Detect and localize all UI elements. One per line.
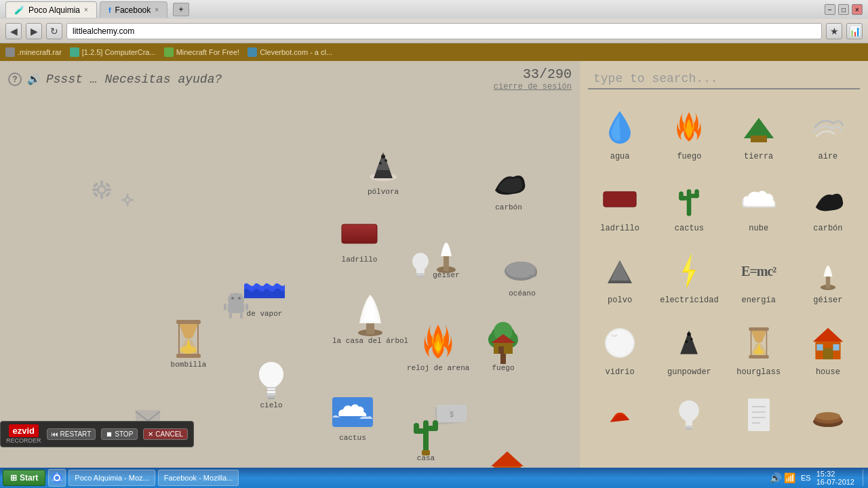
sound-icon[interactable]: 🔊: [27, 73, 41, 85]
reloj-arena-element[interactable]: bombilla: [168, 319, 209, 369]
svg-rect-67: [414, 423, 419, 434]
element-card-geiser[interactable]: géiser: [796, 244, 860, 310]
tab-close-fb[interactable]: ×: [155, 6, 159, 14]
svg-point-97: [686, 340, 688, 343]
svg-rect-85: [679, 191, 684, 200]
svg-point-27: [528, 268, 535, 275]
element-card-vidrio[interactable]: vidrio: [588, 316, 652, 382]
electricidad-label: electricidad: [660, 296, 718, 305]
element-card-nube[interactable]: nube: [727, 172, 791, 239]
element-card-paper[interactable]: [727, 388, 791, 445]
bookmark-minecraft-rar[interactable]: .minecraft.rar: [5, 47, 62, 57]
svg-point-35: [238, 297, 241, 300]
search-input[interactable]: [588, 69, 860, 89]
address-bar[interactable]: littlealchemy.com: [66, 23, 822, 39]
element-card-tierra[interactable]: tierra: [727, 100, 791, 167]
bird-shape: [602, 401, 637, 428]
logout-link[interactable]: cierre de sesión: [494, 82, 572, 92]
svg-rect-2: [92, 188, 98, 191]
casa-board-element[interactable]: [487, 447, 528, 468]
show-desktop[interactable]: [863, 470, 865, 486]
bombilla-element[interactable]: cielo: [251, 359, 292, 409]
element-card-energia[interactable]: E=mc² energía: [727, 244, 791, 310]
element-card-agua[interactable]: agua: [588, 100, 652, 167]
paper-shape: [745, 397, 772, 432]
cielo-element[interactable]: cactus: [332, 392, 373, 442]
piedra-icon: [502, 247, 542, 288]
chrome-taskbar-item[interactable]: [48, 469, 66, 487]
tab-poco-alquimia[interactable]: 🧪 Poco Alquimia ×: [5, 1, 97, 18]
bookmark-icon: [5, 47, 15, 57]
svg-rect-33: [245, 304, 248, 310]
svg-rect-69: [433, 420, 438, 431]
ladrillo-element[interactable]: ladrillo: [339, 214, 380, 264]
svg-rect-10: [121, 199, 125, 201]
tab-facebook[interactable]: f Facebook ×: [100, 1, 167, 18]
bookmark-minecraft-free[interactable]: Minecraft For Free!: [164, 47, 240, 57]
carbon-board-element[interactable]: carbón: [488, 161, 529, 211]
taskbar-facebook[interactable]: Facebook - Mozilla...: [158, 470, 239, 486]
piedra-element[interactable]: océano: [502, 247, 542, 298]
svg-rect-23: [417, 276, 424, 277]
element-card-house[interactable]: house: [796, 316, 860, 382]
element-card-bulb-r4[interactable]: [657, 388, 721, 445]
stop-button[interactable]: ⏹ STOP: [101, 428, 138, 440]
glass-shape: [602, 325, 637, 361]
minimize-button[interactable]: −: [825, 4, 835, 15]
help-button[interactable]: ?: [8, 73, 22, 86]
extensions-button[interactable]: 📊: [846, 23, 863, 39]
polvora-element[interactable]: pólvora: [363, 146, 403, 196]
forward-button[interactable]: ▶: [26, 23, 42, 39]
reload-button[interactable]: ↻: [46, 23, 62, 39]
svg-point-15: [381, 155, 385, 159]
svg-point-96: [690, 338, 693, 341]
lightbulb-small-element[interactable]: [400, 244, 441, 285]
gear-element-2[interactable]: [107, 180, 148, 220]
vidrio-label: vidrio: [605, 367, 634, 377]
polvo-icon: [598, 249, 642, 293]
start-button[interactable]: ⊞ Start: [3, 470, 45, 486]
element-card-carbon[interactable]: carbón: [796, 172, 860, 239]
element-card-hourglass[interactable]: hourglass: [727, 316, 791, 382]
windows-logo: ⊞: [10, 473, 17, 483]
bookmark-computercra[interactable]: [1.2.5] ComputerCra...: [70, 47, 156, 57]
svg-rect-1: [100, 194, 103, 199]
bookmark-cleverbot[interactable]: Cleverbot.com - a cl...: [248, 47, 332, 57]
back-button[interactable]: ◀: [5, 23, 22, 39]
bookmark-star[interactable]: ★: [826, 23, 842, 39]
element-card-polvo[interactable]: polvo: [588, 244, 652, 310]
main-content: ? 🔊 Pssst … Necesitas ayuda? 33/290 cier…: [0, 61, 868, 468]
restart-button[interactable]: ⏮ RESTART: [47, 428, 96, 440]
window-controls: − □ ×: [825, 4, 863, 15]
element-card-aire[interactable]: aire: [796, 100, 860, 167]
aire-icon: [806, 106, 850, 149]
ezvid-branding: ezvid RECORDER: [6, 424, 41, 444]
element-card-bird[interactable]: [588, 388, 652, 445]
cactus-board-element[interactable]: casa: [406, 412, 446, 462]
element-card-cactus[interactable]: cactus: [657, 172, 721, 239]
vapor-element[interactable]: la casa del árbol: [332, 295, 408, 345]
svg-point-121: [55, 476, 59, 480]
right-panel: agua fuego: [580, 61, 868, 468]
taskbar-poco-alquimia[interactable]: Poco Alquimia - Moz...: [68, 470, 155, 486]
cielo-icon: [332, 392, 373, 432]
element-card-soil[interactable]: [796, 388, 860, 445]
new-tab-button[interactable]: +: [173, 3, 189, 16]
element-card-fuego[interactable]: fuego: [657, 100, 721, 167]
tierra-label: tierra: [744, 152, 773, 161]
maximize-button[interactable]: □: [838, 4, 849, 15]
bird-icon: [598, 393, 642, 436]
fuego-board-element[interactable]: reloj de arena: [407, 322, 469, 372]
ladrillo-icon: [339, 214, 380, 254]
svg-rect-91: [826, 277, 830, 289]
element-card-ladrillo[interactable]: ladrillo: [588, 172, 652, 239]
element-card-gunpowder[interactable]: gunpowder: [657, 316, 721, 382]
tab-close-button[interactable]: ×: [84, 6, 88, 14]
cancel-button[interactable]: ✕ CANCEL: [143, 428, 188, 440]
carbon-board-label: carbón: [495, 203, 522, 211]
house-s-icon: [806, 321, 850, 365]
svg-rect-98: [749, 327, 768, 331]
close-button[interactable]: ×: [852, 4, 863, 15]
casa-arbol-element[interactable]: fuego: [483, 322, 524, 372]
element-card-electricidad[interactable]: electricidad: [657, 244, 721, 310]
